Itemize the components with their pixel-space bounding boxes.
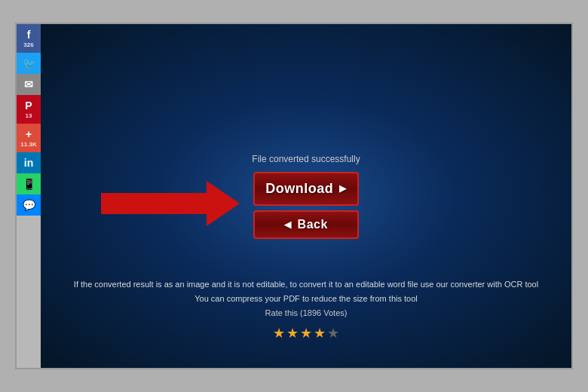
rate-text: Rate this (1896 Votes) [41, 306, 571, 320]
download-button[interactable]: Download [253, 172, 359, 206]
info-line2: You can compress your PDF to reduce the … [41, 292, 571, 306]
facebook-button[interactable]: f 326 [17, 24, 41, 53]
twitter-button[interactable]: 🐦 [17, 53, 41, 74]
outer-frame: f 326 🐦 ✉ P 13 + 11.3K in 📱 💬 [15, 23, 573, 369]
center-area: File converted successfully Download Bac… [252, 154, 360, 239]
arrow-container [101, 181, 240, 226]
star-4: ★ [314, 322, 326, 345]
success-text: File converted successfully [252, 154, 360, 164]
whatsapp-button[interactable]: 📱 [17, 173, 41, 194]
messenger-icon: 💬 [23, 199, 35, 211]
googleplus-button[interactable]: + 11.3K [17, 124, 41, 152]
star-1: ★ [273, 322, 285, 345]
linkedin-icon: in [24, 157, 33, 169]
linkedin-button[interactable]: in [17, 152, 41, 173]
email-button[interactable]: ✉ [17, 74, 41, 95]
info-line1: If the converted result is as an image a… [41, 277, 571, 292]
download-label: Download [265, 181, 333, 197]
social-sidebar: f 326 🐦 ✉ P 13 + 11.3K in 📱 💬 [17, 24, 41, 368]
star-5: ★ [327, 322, 339, 345]
plus-count: 11.3K [20, 141, 36, 148]
star-rating[interactable]: ★ ★ ★ ★ ★ [41, 322, 571, 345]
pinterest-count: 13 [26, 112, 32, 119]
twitter-icon: 🐦 [23, 57, 35, 69]
whatsapp-icon: 📱 [23, 178, 35, 190]
plus-icon: + [26, 128, 32, 140]
arrow-head [207, 181, 240, 226]
facebook-count: 326 [23, 41, 33, 48]
star-2: ★ [286, 322, 299, 345]
pinterest-button[interactable]: P 13 [17, 95, 41, 124]
back-label: Back [298, 218, 328, 231]
facebook-icon: f [27, 29, 31, 41]
arrow-body [101, 193, 207, 214]
messenger-button[interactable]: 💬 [17, 194, 41, 216]
pinterest-icon: P [25, 100, 32, 112]
main-content: File converted successfully Download Bac… [41, 24, 571, 368]
email-icon: ✉ [24, 78, 33, 90]
bottom-info: If the converted result is as an image a… [41, 277, 571, 345]
arrow-shape [101, 181, 240, 226]
back-button[interactable]: Back [253, 210, 359, 239]
star-3: ★ [300, 322, 312, 345]
